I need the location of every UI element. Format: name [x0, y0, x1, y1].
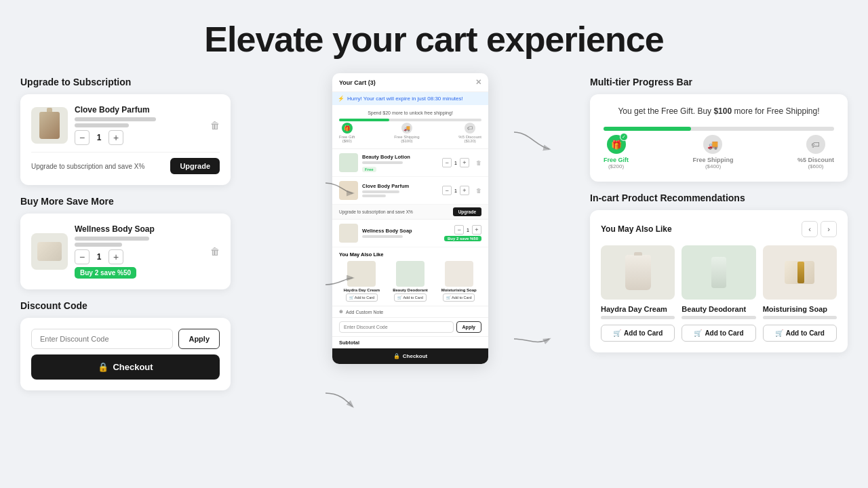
buymore-section: Buy More Save More Wellness Body Soap −	[20, 196, 231, 289]
soap-minus-sm[interactable]: −	[454, 225, 464, 235]
free-badge: Free	[362, 167, 376, 172]
big-prog-gift: 🎁 ✓ Free Gift ($200)	[604, 135, 629, 169]
soap-thumb	[31, 233, 68, 270]
parfum-qty-control: − 1 +	[75, 130, 203, 145]
prev-arrow[interactable]: ‹	[802, 221, 818, 237]
parfum-qty-minus[interactable]: −	[75, 130, 90, 145]
big-discount-name: %5 Discount	[797, 157, 834, 163]
subscription-card: Clove Body Parfum − 1 + 🗑	[20, 94, 231, 185]
next-arrow[interactable]: ›	[821, 221, 837, 237]
lotion-qty-sm: − 1 +	[442, 158, 469, 167]
shipping-price: ($100)	[401, 139, 412, 143]
parfum-info: Clove Body Parfum − 1 +	[75, 105, 203, 145]
soap-thumb-sm	[339, 224, 358, 243]
subscription-section: Upgrade to Subscription Clove Body Parfu…	[20, 77, 231, 185]
progress-bar-section: Multi-tier Progress Bar You get the Free…	[590, 77, 848, 182]
soap-plus-sm[interactable]: +	[472, 225, 481, 235]
cart-item-1: Beauty Body Lotion Free − 1 + 🗑	[332, 149, 488, 177]
buymore-card: Wellness Body Soap − 1 + Buy 2 save %50 …	[20, 214, 231, 289]
deodorant-line	[682, 316, 755, 319]
cart-rec-items: Haydra Day Cream 🛒 Add to Card Beauty De…	[339, 261, 481, 302]
lock-icon: 🔒	[98, 362, 108, 372]
lotion-name-sm: Beauty Body Lotion	[362, 154, 438, 160]
progress-track	[339, 119, 481, 121]
soap-qty-val-sm: 1	[467, 228, 469, 232]
lotion-line	[362, 161, 403, 164]
progress-desc: You get the Free Gift. Buy $100 more for…	[604, 106, 834, 116]
lotion-plus-sm[interactable]: +	[460, 158, 469, 167]
haydra-add-btn[interactable]: 🛒 Add to Card	[601, 325, 675, 342]
big-discount-circle: 🏷	[806, 135, 825, 154]
cart-rec-2: Beauty Deodorant 🛒 Add to Card	[388, 261, 433, 302]
prog-discount: 🏷 %5 Discount ($120)	[458, 123, 481, 143]
parfum-trash-sm[interactable]: 🗑	[476, 188, 481, 194]
upgrade-text: Upgrade to subscription and save X%	[31, 163, 144, 170]
parfum-thumb	[31, 107, 68, 144]
parfum-plus-sm[interactable]: +	[460, 186, 469, 195]
cart-discount-input[interactable]	[339, 321, 454, 333]
parfum-line2	[362, 195, 386, 197]
gift-circle: 🎁	[342, 123, 353, 134]
upgrade-text-sm: Upgrade to subscription and save X%	[339, 209, 413, 214]
checkout-button[interactable]: 🔒 Checkout	[31, 354, 220, 380]
soap-qty-minus[interactable]: −	[75, 249, 90, 264]
haydra-add-label: Add to Card	[624, 329, 663, 337]
rec-product-3: Moisturising Soap 🛒 Add to Card	[763, 245, 837, 342]
cart-title: Your Cart (3)	[339, 79, 376, 86]
cart-item-3: Wellness Body Soap − 1 + Buy 2 save %50	[332, 220, 488, 247]
apply-button[interactable]: Apply	[178, 329, 220, 349]
plus-circle-icon: ⊕	[339, 309, 343, 314]
lotion-minus-sm[interactable]: −	[442, 158, 452, 167]
parfum-minus-sm[interactable]: −	[442, 186, 452, 195]
you-may-label: You May Also Like	[601, 224, 672, 234]
cart-rec-3-add[interactable]: 🛒 Add to Card	[443, 293, 475, 302]
discount-input[interactable]	[31, 329, 173, 349]
cart-alert: ⚡ Hurry! Your cart will expire in just 0…	[332, 92, 488, 105]
buy-badge-sm: Buy 2 save %50	[444, 236, 481, 241]
center-column: Your Cart (3) ✕ ⚡ Hurry! Your cart will …	[231, 73, 590, 488]
lotion-trash-sm[interactable]: 🗑	[476, 160, 481, 166]
soap-trash-icon[interactable]: 🗑	[210, 246, 220, 257]
cart-discount-section: Apply	[332, 318, 488, 337]
parfum-trash-icon[interactable]: 🗑	[210, 120, 220, 131]
moist-add-btn[interactable]: 🛒 Add to Card	[763, 325, 837, 342]
soap-lines	[75, 237, 203, 247]
parfum-qty-value: 1	[94, 133, 104, 142]
subscription-title: Upgrade to Subscription	[20, 77, 231, 87]
cart-mockup: Your Cart (3) ✕ ⚡ Hurry! Your cart will …	[332, 73, 488, 364]
parfum-qty-plus[interactable]: +	[108, 130, 123, 145]
deodorant-img	[682, 245, 755, 300]
parfum-line	[362, 190, 399, 193]
cart-rec-2-add[interactable]: 🛒 Add to Card	[394, 293, 427, 302]
cart-close-icon[interactable]: ✕	[475, 78, 481, 87]
cart-apply-button[interactable]: Apply	[456, 321, 481, 333]
subscription-product-row: Clove Body Parfum − 1 + 🗑	[31, 105, 220, 145]
soap-qty-plus[interactable]: +	[108, 249, 123, 264]
lotion-info-sm: Beauty Body Lotion Free	[362, 154, 438, 172]
upgrade-row: Upgrade to subscription and save X% Upgr…	[31, 152, 220, 174]
cart-rec-3: Moisturising Soap 🛒 Add to Card	[436, 261, 481, 302]
parfum-info-sm: Clove Body Parfum	[362, 183, 438, 199]
lotion-thumb-sm	[339, 153, 358, 172]
cart-checkout[interactable]: 🔒 Checkout	[332, 348, 488, 364]
deodorant-add-btn[interactable]: 🛒 Add to Card	[682, 325, 755, 342]
soap-info-sm: Wellness Body Soap	[362, 228, 440, 239]
rec-section-title: In-cart Product Recommendations	[590, 192, 848, 203]
haydra-name: Haydra Day Cream	[601, 305, 675, 313]
progress-label: Spend $20 more to unlock free shipping!	[339, 110, 481, 115]
cart-rec-3-thumb	[445, 261, 473, 287]
gift-price: ($60)	[342, 139, 352, 143]
discount-circle: 🏷	[465, 123, 475, 134]
upgrade-button[interactable]: Upgrade	[170, 158, 220, 174]
cart-rec-2-thumb	[396, 261, 425, 287]
big-discount-price: ($600)	[808, 163, 823, 169]
cart-subtotal: Subtotal	[332, 337, 488, 348]
upgrade-btn-sm[interactable]: Upgrade	[453, 207, 481, 216]
progress-bar-card: You get the Free Gift. Buy $100 more for…	[590, 94, 848, 182]
big-progress-fill	[604, 127, 691, 131]
cart-rec-1-add[interactable]: 🛒 Add to Card	[346, 293, 378, 302]
nav-arrows: ‹ ›	[802, 221, 837, 237]
right-column: Multi-tier Progress Bar You get the Free…	[590, 73, 848, 488]
add-custom-row: ⊕ Add Custom Note	[332, 306, 488, 318]
deodorant-add-label: Add to Card	[705, 329, 743, 337]
